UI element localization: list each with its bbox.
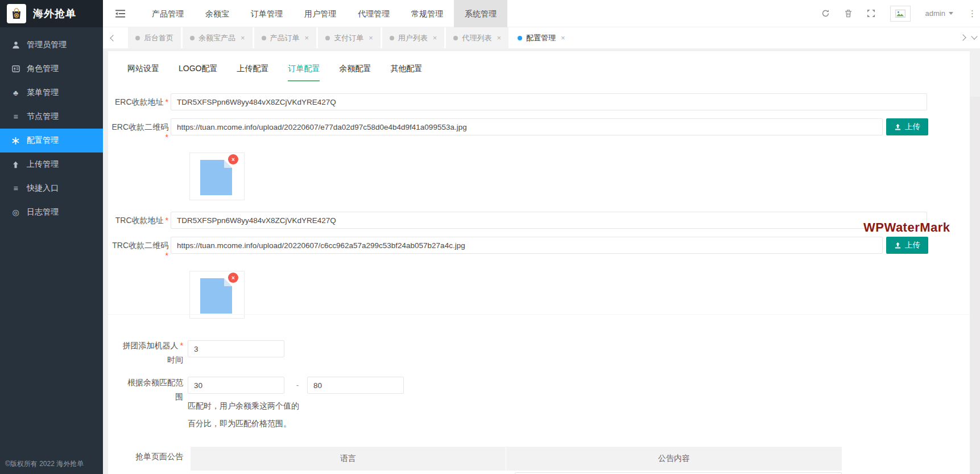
tab-product-orders[interactable]: 产品订单 × bbox=[254, 27, 317, 48]
notice-table-header: 语言 公告内容 bbox=[191, 447, 842, 471]
avatar[interactable] bbox=[890, 6, 911, 22]
erc-qr-upload-button[interactable]: 上传 bbox=[886, 118, 928, 135]
tab-payment-orders[interactable]: 支付订单 × bbox=[318, 27, 381, 48]
nav-item-users[interactable]: 用户管理 bbox=[293, 0, 347, 27]
sidebar-item-nodes[interactable]: ≡ 节点管理 bbox=[0, 105, 103, 129]
tabs-scroll-right-icon[interactable] bbox=[960, 34, 966, 40]
sidebar-item-menus[interactable]: ♣ 菜单管理 bbox=[0, 81, 103, 105]
sidebar-item-label: 日志管理 bbox=[27, 207, 59, 217]
tab-dot-icon bbox=[453, 36, 458, 40]
list-icon: ≡ bbox=[11, 184, 20, 193]
tab-dot-icon bbox=[325, 36, 330, 40]
sidebar-item-quick-entry[interactable]: ≡ 快捷入口 bbox=[0, 176, 103, 200]
erc-qr-thumbnail[interactable]: × bbox=[189, 152, 245, 200]
nav-item-yuebao[interactable]: 余额宝 bbox=[195, 0, 240, 27]
tab-config[interactable]: 配置管理 × bbox=[510, 27, 573, 48]
tab-label: 余额宝产品 bbox=[199, 33, 235, 43]
balance-range-max-input[interactable] bbox=[307, 377, 404, 394]
remove-image-icon[interactable]: × bbox=[228, 154, 238, 164]
tabs-scroll-left-icon[interactable] bbox=[110, 35, 116, 41]
sidebar-item-label: 管理员管理 bbox=[27, 40, 67, 50]
close-icon[interactable]: × bbox=[497, 34, 501, 42]
window-tabbar: 后台首页 余额宝产品 × 产品订单 × 支付订单 × 用户列表 × 代理列表 × bbox=[103, 27, 980, 48]
tab-label: 支付订单 bbox=[334, 33, 363, 43]
tab-dot-icon bbox=[190, 36, 195, 40]
tab-label: 用户列表 bbox=[398, 33, 428, 43]
column-language: 语言 bbox=[191, 447, 506, 471]
erc-qr-input[interactable] bbox=[171, 118, 883, 135]
app-logo: 海外抢单 bbox=[0, 0, 103, 27]
tab-other-config[interactable]: 其他配置 bbox=[390, 64, 422, 81]
tab-upload-config[interactable]: 上传配置 bbox=[237, 64, 268, 81]
user-menu[interactable]: admin bbox=[925, 9, 953, 18]
scrollbar-gutter[interactable] bbox=[970, 97, 980, 474]
nav-item-general[interactable]: 常规管理 bbox=[400, 0, 454, 27]
watermark-text: WPWaterMark bbox=[863, 220, 950, 235]
topbar-actions: admin ⋮ bbox=[821, 6, 980, 22]
range-separator: - bbox=[291, 377, 304, 394]
close-icon[interactable]: × bbox=[241, 34, 245, 42]
tab-home[interactable]: 后台首页 bbox=[128, 27, 181, 48]
tab-balance-config[interactable]: 余额配置 bbox=[339, 64, 371, 81]
close-icon[interactable]: × bbox=[369, 34, 373, 42]
nav-item-products[interactable]: 产品管理 bbox=[141, 0, 195, 27]
upload-icon bbox=[894, 242, 902, 249]
tab-yuebao-products[interactable]: 余额宝产品 × bbox=[183, 27, 253, 48]
topbar: 产品管理 余额宝 订单管理 用户管理 代理管理 常规管理 系统管理 admin … bbox=[103, 0, 980, 27]
trc-address-label: TRC收款地址* bbox=[108, 216, 168, 226]
sidebar-item-roles[interactable]: 角色管理 bbox=[0, 57, 103, 81]
arrow-up-icon bbox=[11, 161, 20, 168]
balance-range-min-input[interactable] bbox=[188, 377, 284, 394]
copyright-text: ©版权所有 2022 海外抢单 bbox=[5, 459, 84, 469]
tab-logo-config[interactable]: LOGO配置 bbox=[179, 64, 217, 81]
more-vertical-icon[interactable]: ⋮ bbox=[968, 9, 977, 19]
nav-item-system[interactable]: 系统管理 bbox=[454, 0, 507, 27]
sidebar-item-label: 快捷入口 bbox=[27, 183, 59, 193]
broken-image-icon bbox=[895, 10, 905, 18]
chevron-down-icon bbox=[949, 12, 953, 15]
collapse-sidebar-icon[interactable] bbox=[115, 10, 125, 18]
nav-item-agents[interactable]: 代理管理 bbox=[347, 0, 400, 27]
balance-range-hint: 匹配时，用户余额乘这两个值的百分比，即为匹配价格范围。 bbox=[188, 397, 300, 432]
sidebar-item-label: 菜单管理 bbox=[27, 88, 59, 98]
tab-site-settings[interactable]: 网站设置 bbox=[127, 64, 159, 81]
tabs-menu-icon[interactable] bbox=[971, 33, 977, 39]
sidebar-item-logs[interactable]: ◎ 日志管理 bbox=[0, 200, 103, 224]
sidebar-item-label: 上传管理 bbox=[27, 159, 59, 170]
tab-agent-list[interactable]: 代理列表 × bbox=[446, 27, 508, 48]
fullscreen-icon[interactable] bbox=[867, 9, 875, 18]
config-card: 网站设置 LOGO配置 上传配置 订单配置 余额配置 其他配置 ERC收款地址*… bbox=[108, 51, 970, 474]
trc-qr-thumbnail[interactable]: × bbox=[189, 271, 245, 319]
robot-time-input[interactable] bbox=[188, 340, 284, 357]
close-icon[interactable]: × bbox=[433, 34, 437, 42]
sidebar-item-config[interactable]: 配置管理 bbox=[0, 129, 103, 152]
trc-qr-input[interactable] bbox=[171, 237, 883, 254]
tab-dot-icon bbox=[262, 36, 266, 40]
trash-icon[interactable] bbox=[845, 9, 852, 18]
refresh-icon[interactable] bbox=[821, 9, 830, 18]
tab-label: 代理列表 bbox=[462, 33, 491, 43]
tab-dot-icon bbox=[135, 36, 140, 40]
erc-qr-label: ERC收款二维码* bbox=[108, 122, 168, 142]
notice-label: 抢单页面公告 bbox=[108, 450, 183, 464]
gear-icon bbox=[11, 137, 20, 145]
nav-item-orders[interactable]: 订单管理 bbox=[240, 0, 293, 27]
erc-address-label: ERC收款地址* bbox=[108, 97, 168, 108]
shopping-bag-icon bbox=[10, 7, 23, 20]
sidebar-item-upload[interactable]: 上传管理 bbox=[0, 152, 103, 176]
log-icon: ◎ bbox=[11, 208, 20, 217]
tab-order-config[interactable]: 订单配置 bbox=[288, 64, 320, 81]
remove-image-icon[interactable]: × bbox=[228, 273, 238, 283]
close-icon[interactable]: × bbox=[305, 34, 309, 42]
close-icon[interactable]: × bbox=[561, 34, 565, 42]
required-asterisk: * bbox=[166, 133, 168, 142]
tab-dot-icon bbox=[390, 36, 394, 40]
erc-address-input[interactable] bbox=[171, 93, 927, 110]
trc-address-input[interactable] bbox=[171, 212, 927, 229]
sidebar-item-label: 角色管理 bbox=[27, 64, 59, 74]
sidebar-item-admins[interactable]: 管理员管理 bbox=[0, 33, 103, 57]
trc-qr-upload-button[interactable]: 上传 bbox=[886, 237, 928, 254]
upload-button-label: 上传 bbox=[905, 240, 920, 250]
required-asterisk: * bbox=[166, 251, 168, 260]
tab-user-list[interactable]: 用户列表 × bbox=[382, 27, 445, 48]
